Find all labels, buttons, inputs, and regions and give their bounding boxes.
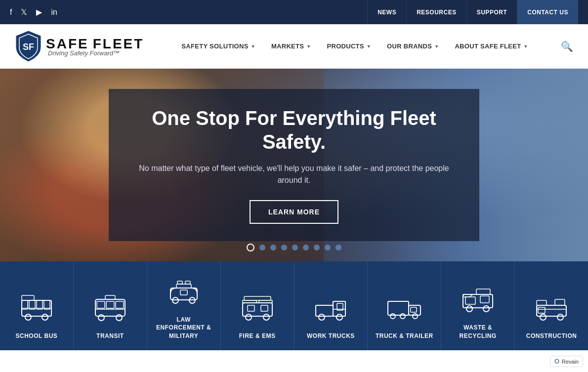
construction-icon [534,290,569,325]
svg-point-36 [336,314,342,320]
svg-rect-48 [480,296,489,303]
hero-section: One Stop For Everything Fleet Safety. No… [0,69,588,261]
svg-point-7 [42,314,48,320]
law-enforcement-icon [167,274,201,309]
carousel-dots [247,244,341,251]
market-transit[interactable]: TRANSIT [74,261,147,350]
svg-rect-39 [388,301,409,315]
school-bus-icon [19,290,54,325]
contact-link[interactable]: CONTACT US [517,0,578,24]
work-trucks-icon [313,290,348,325]
svg-rect-22 [180,290,187,295]
svg-point-49 [466,306,472,312]
carousel-dot-1[interactable] [247,244,254,251]
chevron-down-icon: ▼ [306,44,311,49]
market-fire-ems[interactable]: FIRE & EMS [221,261,294,350]
svg-rect-23 [177,281,182,284]
chevron-down-icon: ▼ [434,44,439,49]
truck-trailer-icon [387,290,421,325]
nav-about[interactable]: ABOUT SAFE FLEET ▼ [447,38,536,55]
market-law-enforcement[interactable]: LAW ENFORCEMENT & MILITARY [147,261,221,350]
svg-rect-53 [555,299,565,305]
svg-point-35 [319,314,325,320]
svg-rect-10 [95,299,125,316]
twitter-icon[interactable]: 𝕏 [21,7,27,17]
carousel-dot-8[interactable] [325,245,331,250]
nav-markets[interactable]: MARKETS ▼ [263,38,319,55]
svg-point-44 [413,314,418,319]
carousel-dot-9[interactable] [336,245,341,250]
market-school-bus-label: SCHOOL BUS [16,332,58,340]
fire-ems-icon [240,290,275,325]
svg-point-30 [246,314,252,320]
header: SF SAFE FLEET Driving Safety Forward™ SA… [0,24,588,69]
learn-more-button[interactable]: LEARN MORE [250,200,338,224]
carousel-dot-2[interactable] [259,245,265,250]
svg-rect-29 [261,305,268,311]
svg-point-55 [540,314,546,320]
carousel-dot-6[interactable] [303,245,309,250]
markets-bar: SCHOOL BUS TRANSIT LAW ENFORCEMEN [0,261,588,350]
svg-rect-13 [116,301,124,308]
carousel-dot-3[interactable] [270,245,276,250]
svg-point-56 [557,314,563,320]
svg-rect-47 [465,297,475,304]
svg-point-43 [400,314,405,319]
svg-rect-24 [185,281,190,284]
carousel-dot-4[interactable] [281,245,287,250]
market-truck-trailer-label: TRUCK & TRAILER [376,332,433,340]
support-link[interactable]: SUPPORT [466,0,517,24]
market-waste-recycling[interactable]: WASTE & RECYCLING [441,261,515,350]
waste-recycling-icon [461,282,495,317]
top-nav: NEWS RESOURCES SUPPORT CONTACT US [367,0,578,24]
svg-point-14 [98,315,104,321]
carousel-dot-7[interactable] [314,245,320,250]
carousel-dot-5[interactable] [292,245,298,250]
market-truck-trailer[interactable]: TRUCK & TRAILER [368,261,441,350]
facebook-icon[interactable]: f [10,8,12,17]
svg-rect-9 [22,295,34,300]
svg-text:SF: SF [23,42,34,52]
svg-rect-11 [97,301,105,308]
market-work-trucks[interactable]: WORK TRUCKS [294,261,368,350]
svg-rect-28 [248,305,254,311]
linkedin-icon[interactable]: in [51,8,57,17]
logo-tagline: Driving Safety Forward™ [48,49,144,57]
svg-rect-12 [106,301,114,308]
svg-rect-46 [463,294,493,308]
chevron-down-icon: ▼ [251,44,255,49]
nav-safety-solutions[interactable]: SAFETY SOLUTIONS ▼ [173,38,263,55]
nav-products[interactable]: PRODUCTS ▼ [319,38,379,55]
svg-rect-33 [316,305,333,316]
youtube-icon[interactable]: ▶ [36,7,42,17]
transit-icon [93,290,127,325]
market-school-bus[interactable]: SCHOOL BUS [0,261,74,350]
svg-point-6 [25,314,31,320]
social-icons: f 𝕏 ▶ in [10,7,57,17]
news-link[interactable]: NEWS [367,0,406,24]
svg-rect-17 [105,295,115,299]
market-work-trucks-label: WORK TRUCKS [307,332,355,340]
logo-area[interactable]: SF SAFE FLEET Driving Safety Forward™ [15,30,144,62]
main-nav: SAFETY SOLUTIONS ▼ MARKETS ▼ PRODUCTS ▼ … [173,38,573,55]
hero-content: One Stop For Everything Fleet Safety. No… [109,89,479,241]
svg-rect-51 [476,289,490,294]
svg-rect-41 [411,307,417,312]
search-icon[interactable]: 🔍 [561,41,573,52]
resources-link[interactable]: RESOURCES [406,0,466,24]
market-construction[interactable]: CONSTRUCTION [515,261,588,350]
top-bar: f 𝕏 ▶ in NEWS RESOURCES SUPPORT CONTACT … [0,0,588,24]
market-law-enforcement-label: LAW ENFORCEMENT & MILITARY [152,316,215,340]
hero-subtitle: No matter what type of fleet vehicle, we… [138,163,450,186]
logo-shield-icon: SF [15,30,42,62]
chevron-down-icon: ▼ [523,44,528,49]
nav-our-brands[interactable]: OUR BRANDS ▼ [379,38,447,55]
market-waste-recycling-label: WASTE & RECYCLING [446,324,509,340]
market-construction-label: CONSTRUCTION [526,332,577,340]
svg-rect-19 [176,284,191,288]
svg-rect-32 [244,296,271,300]
svg-point-15 [116,315,122,321]
svg-rect-54 [538,307,545,313]
svg-point-31 [263,314,269,320]
svg-point-50 [483,306,489,312]
